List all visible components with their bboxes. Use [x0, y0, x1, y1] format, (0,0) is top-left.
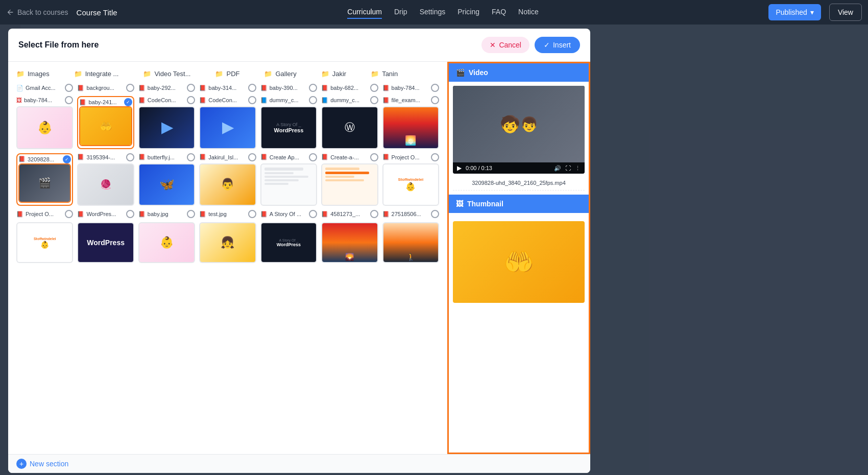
list-item[interactable]: 📕 baby.jpg — [138, 210, 195, 218]
fullscreen-icon[interactable]: ⛶ — [565, 165, 571, 171]
list-item[interactable]: 👶 — [138, 222, 195, 263]
folder-gallery[interactable]: 📁 Gallery — [264, 70, 296, 78]
file-radio[interactable] — [187, 210, 195, 218]
video-controls: ▶ 0:00 / 0:13 🔊 ⛶ ⋮ — [453, 162, 585, 174]
file-radio[interactable] — [309, 84, 317, 92]
list-item[interactable]: A Story Of _ WordPress — [260, 222, 317, 263]
folder-images[interactable]: 📁 Images — [16, 70, 50, 78]
folder-jakir[interactable]: 📁 Jakir — [321, 70, 346, 78]
list-item[interactable]: 📕 Project O... — [16, 210, 73, 218]
folder-icon: 📁 — [264, 70, 272, 78]
folder-video-test[interactable]: 📁 Video Test... — [143, 70, 190, 78]
list-item[interactable]: 📕 27518506... — [382, 210, 439, 218]
list-item[interactable]: 📕 Create-a-... — [321, 153, 378, 206]
video-content: 🧒 👦 ▶ 0:00 / 0:13 🔊 ⛶ ⋮ — [449, 82, 589, 195]
list-item[interactable]: Stoffwindelei 👶 — [16, 222, 73, 263]
file-radio[interactable] — [248, 84, 256, 92]
file-radio[interactable] — [370, 96, 378, 104]
file-radio[interactable] — [309, 210, 317, 218]
list-item[interactable]: 📕 baby-314... — [199, 84, 256, 92]
file-radio[interactable] — [65, 210, 73, 218]
file-thumbnail: 🚶 — [382, 222, 439, 263]
new-section-button[interactable]: + New section — [16, 459, 68, 469]
list-item[interactable]: 📕 CodeCon... ▶ — [199, 96, 256, 149]
list-item[interactable]: 📕 A Story Of ... — [260, 210, 317, 218]
file-radio[interactable] — [65, 96, 73, 104]
nav-pricing[interactable]: Pricing — [457, 6, 479, 19]
list-item[interactable]: 📕 Create Ap... — [260, 153, 317, 206]
file-radio[interactable] — [370, 84, 378, 92]
list-item[interactable]: 📕 file_exam... 🌅 — [382, 96, 439, 149]
file-radio[interactable] — [431, 210, 439, 218]
list-item[interactable]: 📕 test.jpg — [199, 210, 256, 218]
list-item[interactable]: 📕 baby-292... — [138, 84, 195, 92]
file-radio[interactable] — [431, 153, 439, 161]
list-item[interactable]: WordPress — [77, 222, 134, 263]
list-item[interactable]: 📕 Project O... Stoffwindelei 👶 — [382, 153, 439, 206]
insert-button[interactable]: ✓ Insert — [535, 37, 580, 53]
list-item[interactable]: 📘 dummy_c... A Story Of _ WordPress — [260, 96, 317, 149]
file-radio[interactable] — [309, 96, 317, 104]
file-radio[interactable] — [187, 96, 195, 104]
published-button[interactable]: Published ▾ — [768, 4, 821, 20]
file-name: Jakirul_Isl... — [208, 154, 238, 160]
list-item[interactable]: 📕 backgrou... — [77, 84, 134, 92]
list-item[interactable]: 📕 baby-241... 🤲 — [77, 96, 134, 149]
nav-notice[interactable]: Notice — [518, 6, 539, 19]
file-icon: 📄 — [16, 85, 23, 91]
nav-faq[interactable]: FAQ — [492, 6, 506, 19]
file-radio[interactable] — [63, 155, 71, 163]
nav-center: Curriculum Drip Settings Pricing FAQ Not… — [347, 6, 538, 19]
list-item[interactable]: 📕 3195394-... 🧶 — [77, 153, 134, 206]
file-radio[interactable] — [124, 98, 132, 106]
pdf-icon: 📕 — [260, 211, 268, 218]
file-radio[interactable] — [248, 210, 256, 218]
list-item[interactable]: 📕 3209828... 🎬 — [16, 153, 73, 206]
list-item[interactable]: 👧 — [199, 222, 256, 263]
view-button[interactable]: View — [829, 4, 862, 21]
file-radio[interactable] — [248, 96, 256, 104]
list-item[interactable]: 📄 Gmail Acc... — [16, 84, 73, 92]
file-radio[interactable] — [187, 84, 195, 92]
nav-settings[interactable]: Settings — [420, 6, 446, 19]
file-radio[interactable] — [431, 96, 439, 104]
nav-drip[interactable]: Drip — [394, 6, 407, 19]
list-item[interactable]: 📘 dummy_c... Ⓦ — [321, 96, 378, 149]
file-radio[interactable] — [126, 153, 134, 161]
more-icon[interactable]: ⋮ — [575, 165, 581, 172]
cancel-button[interactable]: ✕ Cancel — [481, 37, 529, 53]
list-item[interactable]: 📕 baby-682... — [321, 84, 378, 92]
file-name: backgrou... — [86, 85, 114, 91]
file-grid-area[interactable]: 📁 Images 📁 Integrate ... 📁 Video Test...… — [8, 62, 447, 454]
file-radio[interactable] — [370, 153, 378, 161]
list-item[interactable]: 📕 baby-390... — [260, 84, 317, 92]
file-radio[interactable] — [309, 153, 317, 161]
file-radio[interactable] — [65, 84, 73, 92]
play-icon[interactable]: ▶ — [457, 164, 462, 172]
file-radio[interactable] — [431, 84, 439, 92]
list-item[interactable]: 📕 CodeCon... ▶ — [138, 96, 195, 149]
list-item[interactable]: 📕 baby-784... — [382, 84, 439, 92]
list-item[interactable]: 🖼 baby-784... 👶 — [16, 96, 73, 149]
list-item[interactable]: 📕 butterfly.j... 🦋 — [138, 153, 195, 206]
file-name: CodeCon... — [208, 97, 237, 103]
file-radio[interactable] — [187, 153, 195, 161]
file-thumbnail: 👧 — [199, 222, 256, 263]
file-radio[interactable] — [126, 210, 134, 218]
file-thumbnail: 👶 — [138, 222, 195, 263]
list-item[interactable]: 📕 Jakirul_Isl... 👨 — [199, 153, 256, 206]
back-to-courses-button[interactable]: Back to courses — [6, 8, 68, 16]
nav-curriculum[interactable]: Curriculum — [347, 6, 382, 19]
folder-tanin[interactable]: 📁 Tanin — [371, 70, 398, 78]
list-item[interactable]: 📕 4581273_... — [321, 210, 378, 218]
list-item[interactable]: 🚶 — [382, 222, 439, 263]
file-radio[interactable] — [248, 153, 256, 161]
list-item[interactable]: 🌄 — [321, 222, 378, 263]
file-radio[interactable] — [370, 210, 378, 218]
list-item[interactable]: 📕 WordPres... — [77, 210, 134, 218]
file-radio[interactable] — [126, 84, 134, 92]
folder-pdf[interactable]: 📁 PDF — [215, 70, 239, 78]
folder-integrate[interactable]: 📁 Integrate ... — [74, 70, 119, 78]
file-name: 3195394-... — [86, 154, 115, 160]
volume-icon[interactable]: 🔊 — [554, 165, 561, 172]
